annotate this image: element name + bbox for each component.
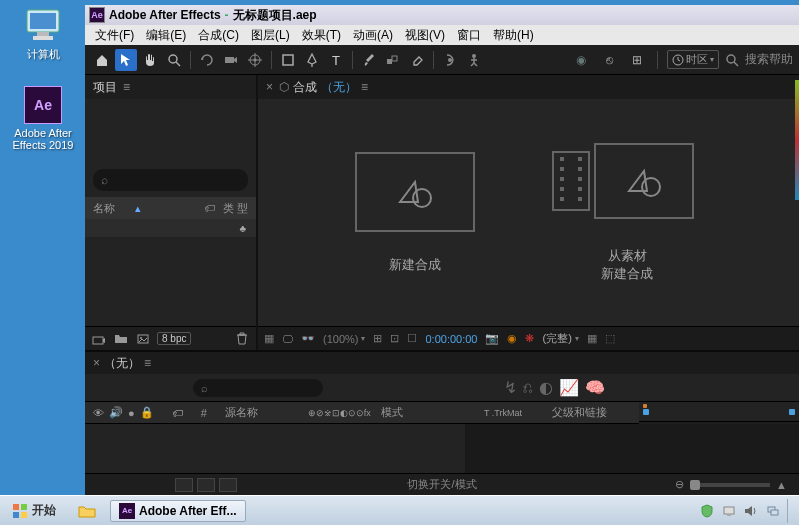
view-icon[interactable]: ▦	[587, 332, 597, 345]
menu-effect[interactable]: 效果(T)	[296, 25, 347, 46]
project-tabbar[interactable]: 项目 ≡	[85, 75, 256, 99]
solo-icon[interactable]: ●	[128, 407, 135, 419]
workarea-end-icon[interactable]	[789, 409, 795, 415]
bpc-button[interactable]: 8 bpc	[157, 332, 191, 345]
menu-help[interactable]: 帮助(H)	[487, 25, 540, 46]
roto-tool-icon[interactable]	[439, 49, 461, 71]
home-icon[interactable]	[91, 49, 113, 71]
hand-tool-icon[interactable]	[139, 49, 161, 71]
colormgmt-icon[interactable]: ❋	[525, 332, 534, 345]
people-icon[interactable]: ◉	[570, 49, 592, 71]
snapshot-icon[interactable]: 📷	[485, 332, 499, 345]
resolution-dropdown[interactable]: (完整)▾	[542, 331, 578, 346]
pen-tool-icon[interactable]	[301, 49, 323, 71]
grid-icon[interactable]: ⊡	[390, 332, 399, 345]
zoom-tool-icon[interactable]	[163, 49, 185, 71]
clone-tool-icon[interactable]	[382, 49, 404, 71]
tray-hardware-icon[interactable]	[721, 503, 737, 519]
camera-tool-icon[interactable]	[220, 49, 242, 71]
zoom-out-icon[interactable]: ⊖	[675, 478, 684, 491]
lock-icon[interactable]: ⬡	[279, 80, 289, 94]
new-comp-icon[interactable]	[135, 332, 151, 346]
timeline-body[interactable]	[85, 424, 799, 473]
search-icon[interactable]	[725, 53, 739, 67]
taskbar-explorer[interactable]	[70, 502, 104, 520]
3d-icon[interactable]: ⬚	[605, 332, 615, 345]
desktop-icon-ae[interactable]: Ae Adobe After Effects 2019	[8, 86, 78, 151]
flow-icon[interactable]: ♣	[239, 223, 246, 234]
workspace-clock-button[interactable]: 时区 ▾	[667, 50, 719, 69]
display-icon[interactable]: 🖵	[282, 333, 293, 345]
tag-col-icon[interactable]: 🏷	[172, 407, 183, 419]
eye-icon[interactable]: 👁	[93, 407, 104, 419]
interpret-icon[interactable]	[91, 332, 107, 346]
zoom-slider[interactable]	[690, 483, 770, 487]
menu-view[interactable]: 视图(V)	[399, 25, 451, 46]
menu-composition[interactable]: 合成(C)	[192, 25, 245, 46]
taskbar-item-ae[interactable]: Ae Adobe After Eff...	[110, 500, 246, 522]
toggle-switch-1[interactable]	[175, 478, 193, 492]
close-icon[interactable]: ×	[93, 356, 100, 370]
timeline-zoom[interactable]: ⊖ ▲	[675, 478, 787, 491]
start-button[interactable]: 开始	[4, 500, 64, 521]
desktop-icon-computer[interactable]: 计算机	[8, 8, 78, 62]
text-tool-icon[interactable]: T	[325, 49, 347, 71]
switch-label[interactable]: 切换开关/模式	[407, 477, 476, 492]
rectangle-tool-icon[interactable]	[277, 49, 299, 71]
motion-blur-icon[interactable]: ◐	[539, 378, 553, 397]
shy-icon[interactable]: ↯	[504, 378, 517, 397]
magnify-icon[interactable]: ▦	[264, 332, 274, 345]
tray-volume-icon[interactable]	[743, 503, 759, 519]
channel-icon[interactable]: ◉	[507, 332, 517, 345]
goggles-icon[interactable]: 👓	[301, 332, 315, 345]
graph-icon[interactable]: 📈	[559, 378, 579, 397]
close-icon[interactable]: ×	[266, 80, 273, 94]
brain-icon[interactable]: 🧠	[585, 378, 605, 397]
search-help-label[interactable]: 搜索帮助	[745, 51, 793, 68]
menu-layer[interactable]: 图层(L)	[245, 25, 296, 46]
titlebar[interactable]: Ae Adobe After Effects - 无标题项目.aep	[85, 5, 799, 25]
menu-file[interactable]: 文件(F)	[89, 25, 140, 46]
hamburger-icon[interactable]: ≡	[123, 80, 130, 94]
menu-animation[interactable]: 动画(A)	[347, 25, 399, 46]
audio-icon[interactable]: 🔊	[109, 406, 123, 419]
res-icon[interactable]: ⊞	[373, 332, 382, 345]
zoom-dropdown[interactable]: (100%)▾	[323, 333, 365, 345]
timeline-ruler[interactable]	[639, 402, 799, 422]
workarea-start-icon[interactable]	[643, 409, 649, 415]
toggle-switch-3[interactable]	[219, 478, 237, 492]
tray-security-icon[interactable]	[699, 503, 715, 519]
toggle-switch-2[interactable]	[197, 478, 215, 492]
puppet-tool-icon[interactable]	[463, 49, 485, 71]
zoom-in-icon[interactable]: ▲	[776, 479, 787, 491]
orbit-tool-icon[interactable]	[196, 49, 218, 71]
lock-icon[interactable]: 🔒	[140, 406, 154, 419]
pan-behind-tool-icon[interactable]	[244, 49, 266, 71]
trash-icon[interactable]	[234, 332, 250, 346]
tray-show-desktop[interactable]	[787, 499, 795, 523]
cti-marker-icon[interactable]	[643, 404, 647, 408]
timeline-tabbar[interactable]: × （无） ≡	[85, 352, 799, 374]
eraser-tool-icon[interactable]	[406, 49, 428, 71]
snap-icon[interactable]: ⊞	[626, 49, 648, 71]
share-icon[interactable]: ⎋	[598, 49, 620, 71]
frame-blend-icon[interactable]: ⎌	[523, 379, 533, 397]
timeline-tab-label: （无）	[104, 355, 140, 372]
hamburger-icon[interactable]: ≡	[144, 356, 151, 370]
svg-rect-6	[225, 57, 234, 63]
hamburger-icon[interactable]: ≡	[361, 80, 368, 94]
comp-tabbar[interactable]: × ⬡ 合成 （无） ≡	[258, 75, 799, 99]
folder-icon[interactable]	[113, 332, 129, 346]
menu-edit[interactable]: 编辑(E)	[140, 25, 192, 46]
timeline-search-input[interactable]: ⌕	[193, 379, 323, 397]
mask-icon[interactable]: ☐	[407, 332, 417, 345]
tray-network-icon[interactable]	[765, 503, 781, 519]
selection-tool-icon[interactable]	[115, 49, 137, 71]
project-columns-header[interactable]: 名称 ▴ 🏷 类 型	[85, 197, 256, 219]
new-comp-from-footage-button[interactable]: 从素材 新建合成	[552, 143, 702, 283]
new-composition-button[interactable]: 新建合成	[355, 152, 475, 274]
menu-window[interactable]: 窗口	[451, 25, 487, 46]
project-search-input[interactable]: ⌕	[93, 169, 248, 191]
timecode-display[interactable]: 0:00:00:00	[425, 333, 477, 345]
brush-tool-icon[interactable]	[358, 49, 380, 71]
